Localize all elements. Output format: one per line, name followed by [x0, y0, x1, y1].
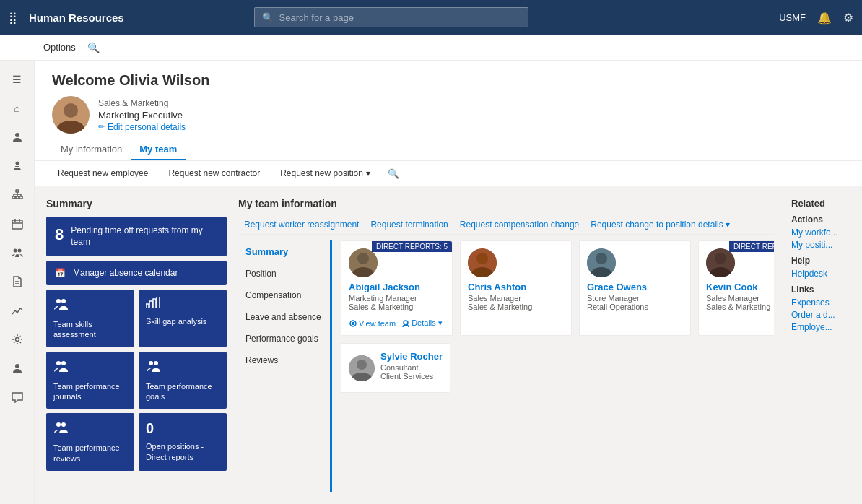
avatar-grace	[587, 248, 616, 277]
request-new-contractor-button[interactable]: Request new contractor	[162, 165, 266, 181]
pending-time-off-tile[interactable]: 8 Pending time off requests from my team	[46, 217, 227, 256]
open-positions-tile[interactable]: 0 Open positions - Direct reports	[139, 413, 227, 471]
card-name-kevin[interactable]: Kevin Cook	[706, 282, 774, 292]
sidebar-icon-org[interactable]	[4, 182, 30, 208]
svg-point-17	[17, 249, 21, 253]
sidebar-icon-worker[interactable]	[4, 153, 30, 179]
request-new-employee-button[interactable]: Request new employee	[52, 165, 154, 181]
sidebar-icon-home[interactable]: ⌂	[4, 95, 30, 121]
card-dept-grace: Retail Operations	[587, 303, 683, 311]
svg-rect-29	[157, 297, 160, 308]
nav-performance-goals[interactable]: Performance goals	[238, 328, 330, 349]
view-team-link-abigail[interactable]: View team	[349, 318, 396, 328]
tiles-grid-row1: Team skills assessment Skill gap analysi…	[46, 290, 227, 347]
summary-panel: Summary 8 Pending time off requests from…	[46, 198, 227, 492]
helpdesk-link[interactable]: Helpdesk	[791, 269, 850, 279]
sidebar-icon-person[interactable]	[4, 124, 30, 150]
team-skills-tile[interactable]: Team skills assessment	[46, 290, 134, 347]
search-bar[interactable]: 🔍 Search for a page	[254, 7, 528, 27]
main-content: Summary 8 Pending time off requests from…	[35, 186, 862, 504]
svg-point-35	[61, 422, 66, 427]
position-details-link[interactable]: Request change to position details ▾	[585, 215, 736, 234]
sidebar-icon-chat[interactable]	[4, 384, 30, 410]
nav-compensation[interactable]: Compensation	[238, 284, 330, 306]
sylvie-info: Sylvie Rocher Consultant Client Services	[380, 351, 443, 385]
request-new-position-button[interactable]: Request new position ▾	[274, 165, 376, 181]
card-name-grace[interactable]: Grace Owens	[587, 282, 683, 292]
svg-point-34	[56, 422, 61, 427]
card-role-kevin: Sales Manager	[706, 294, 774, 303]
svg-point-31	[61, 361, 66, 365]
open-positions-num: 0	[146, 420, 154, 437]
team-perf-goals-tile[interactable]: Team performance goals	[139, 352, 227, 409]
team-skills-icon	[53, 297, 68, 315]
sidebar-icon-user2[interactable]	[4, 355, 30, 381]
my-positions-link[interactable]: My positi...	[791, 240, 850, 250]
team-perf-reviews-tile[interactable]: Team performance reviews	[46, 413, 134, 471]
team-cards-row2: Sylvie Rocher Consultant Client Services	[341, 343, 765, 393]
avatar-abigail	[349, 248, 378, 277]
related-actions-title: Actions	[791, 214, 850, 225]
tiles-grid-row3: Team performance reviews 0 Open position…	[46, 413, 227, 471]
user-details: Sales & Marketing Marketing Executive ✏ …	[98, 98, 186, 132]
svg-point-32	[149, 361, 153, 365]
team-perf-goals-icon	[146, 359, 160, 377]
app-title: Human Resources	[29, 12, 124, 24]
waffle-icon[interactable]: ⣿	[9, 11, 17, 25]
sidebar-icon-people[interactable]	[4, 240, 30, 266]
related-title: Related	[791, 198, 850, 209]
sidebar-icon-chart[interactable]	[4, 297, 30, 323]
my-workforce-link[interactable]: My workfo...	[791, 227, 850, 238]
pending-time-off-label: Pending time off requests from my team	[71, 225, 218, 248]
sidebar-icon-calendar[interactable]	[4, 211, 30, 237]
nav-position[interactable]: Position	[238, 263, 330, 284]
search-placeholder: Search for a page	[279, 12, 354, 23]
svg-point-20	[15, 338, 19, 342]
open-positions-label: Open positions - Direct reports	[146, 441, 219, 462]
card-name-chris[interactable]: Chris Ashton	[468, 282, 564, 292]
svg-rect-5	[16, 196, 19, 199]
card-name-abigail[interactable]: Abigail Jackson	[349, 282, 445, 292]
avatar-kevin	[706, 248, 735, 277]
notifications-icon[interactable]: 🔔	[817, 11, 832, 25]
tab-my-information[interactable]: My information	[52, 139, 131, 160]
direct-reports-badge-kevin: DIRECT REPORTS: 4	[729, 241, 774, 252]
team-perf-goals-label: Team performance goals	[146, 381, 219, 402]
nav-leave-absence[interactable]: Leave and absence	[238, 306, 330, 328]
left-sidebar: ☰ ⌂	[0, 61, 35, 504]
card-dept-abigail: Sales & Marketing	[349, 303, 445, 311]
team-actions-bar: Request worker reassignment Request term…	[238, 215, 774, 235]
sub-search-icon[interactable]: 🔍	[87, 42, 100, 53]
skill-gap-tile[interactable]: Skill gap analysis	[139, 290, 227, 347]
details-link-abigail[interactable]: Details ▾	[401, 318, 443, 328]
card-name-sylvie[interactable]: Sylvie Rocher	[380, 351, 443, 362]
team-perf-journals-icon	[53, 359, 68, 377]
card-actions-abigail: View team Details ▾	[349, 318, 445, 328]
compensation-change-link[interactable]: Request compensation change	[454, 215, 585, 234]
sidebar-icon-hamburger[interactable]: ☰	[4, 66, 30, 92]
tab-my-team[interactable]: My team	[131, 139, 186, 160]
svg-point-16	[13, 249, 17, 253]
svg-rect-27	[149, 301, 152, 308]
edit-personal-details-link[interactable]: ✏ Edit personal details	[98, 122, 186, 132]
action-bar-search-icon[interactable]: 🔍	[388, 168, 399, 179]
welcome-header: Welcome Olivia Wilson Sales & Marketing …	[35, 61, 862, 161]
worker-reassignment-link[interactable]: Request worker reassignment	[238, 215, 365, 234]
skill-gap-icon	[146, 297, 160, 312]
svg-rect-2	[15, 166, 19, 167]
dept-label: Sales & Marketing	[98, 98, 186, 108]
manager-absence-label: Manager absence calendar	[73, 268, 178, 278]
sidebar-icon-settings2[interactable]	[4, 326, 30, 352]
nav-reviews[interactable]: Reviews	[238, 349, 330, 371]
sidebar-icon-doc[interactable]	[4, 269, 30, 295]
employee-link[interactable]: Employe...	[791, 322, 850, 332]
expenses-link[interactable]: Expenses	[791, 297, 850, 308]
team-perf-journals-tile[interactable]: Team performance journals	[46, 352, 134, 409]
order-d-link[interactable]: Order a d...	[791, 310, 850, 320]
nav-summary[interactable]: Summary	[238, 240, 330, 263]
settings-icon[interactable]: ⚙	[843, 11, 853, 25]
termination-link[interactable]: Request termination	[365, 215, 453, 234]
member-card-chris: Chris Ashton Sales Manager Sales & Marke…	[460, 240, 572, 336]
manager-absence-tile[interactable]: 📅 Manager absence calendar	[46, 261, 227, 285]
svg-rect-3	[16, 190, 19, 192]
